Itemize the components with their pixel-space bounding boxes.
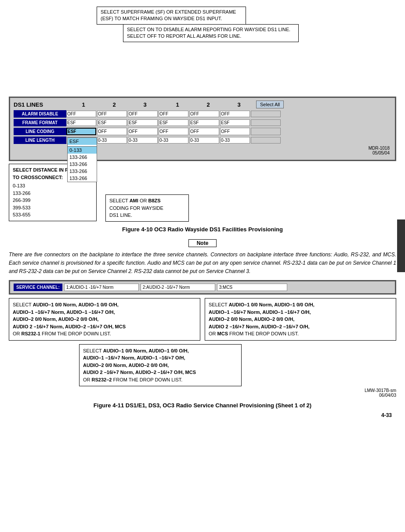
frame-empty[interactable] (251, 119, 281, 126)
right-tab (397, 219, 405, 272)
alarm-ch2-left[interactable]: OFF (97, 111, 127, 117)
figure-411-caption: Figure 4-11 DS1/E1, DS3, OC3 Radio Servi… (9, 402, 396, 409)
service-row: SERVICE CHANNEL: 1:AUDIO-1 -16/+7 Norm 2… (14, 284, 391, 291)
page: SELECT SUPERFRAME (SF) OR EXTENDED SUPER… (0, 0, 405, 423)
col-1-left: 1 (68, 101, 99, 108)
length-dropdown-open: 0-133 133-266 133-266 133-266 133-266 (67, 146, 97, 182)
alarm-disable-row: ALARM DISABLE OFF OFF OFF OFF OFF OFF (14, 110, 391, 118)
alarm-empty[interactable] (251, 111, 281, 117)
frame-format-selects: ESF ESF ESF ESF ESF ESF (66, 119, 391, 126)
col-3-left: 3 (130, 101, 160, 108)
col-1-right: 1 (162, 101, 193, 108)
page-number: 4-33 (9, 412, 396, 418)
figure-411-area: SERVICE CHANNEL: 1:AUDIO-1 -16/+7 Norm 2… (9, 280, 396, 409)
dd-0-133: 0-133 (68, 147, 97, 154)
service-callout-bottom: SELECT AUDIO–1 0/0 Norm, AUDIO–1 0/0 O/H… (79, 344, 242, 387)
coding-ch1-left[interactable]: ESF SF (66, 128, 96, 135)
coding-ch1-right[interactable]: OFF (159, 128, 188, 135)
alarm-ch3-left[interactable]: OFF (128, 111, 158, 117)
service-label: SERVICE CHANNEL: (14, 284, 62, 291)
service-ch2-select[interactable]: 2:AUDIO-2 -16/+7 Norm (141, 284, 215, 291)
callout-ami: SELECT AMI OR B8ZSCODING FOR WAYSIDEDS1 … (105, 194, 189, 222)
alarm-ch2-right[interactable]: OFF (189, 111, 219, 117)
select-all-button[interactable]: Select All (256, 101, 284, 108)
service-callout-right: SELECT AUDIO–1 0/0 Norm, AUDIO–1 0/0 O/H… (205, 298, 396, 341)
line-coding-label: LINE CODING (14, 128, 66, 135)
frame-format-row: FRAME FORMAT ESF ESF ESF ESF ESF ESF (14, 119, 391, 126)
length-ch2-left[interactable]: 0-33 (97, 137, 127, 144)
frame-ch3-right[interactable]: ESF (220, 119, 250, 126)
ds1-panel: DS1 LINES 1 2 3 1 2 3 Select All ALARM (9, 97, 396, 161)
service-callouts: SELECT AUDIO–1 0/0 Norm, AUDIO–1 0/0 O/H… (9, 298, 396, 341)
note-section: Note There are five connectors on the ba… (9, 239, 396, 276)
line-length-selects: 0-133 133-266 266-399 399-533 533-655 0-… (66, 137, 391, 144)
dd-133-266b: 133-266 (68, 161, 97, 168)
alarm-ch1-right[interactable]: OFF (159, 111, 188, 117)
dd-133-266d: 133-266 (68, 175, 97, 182)
figure-410-area: SELECT SUPERFRAME (SF) OR EXTENDED SUPER… (9, 7, 396, 233)
note-text: There are five connectors on the backpla… (9, 251, 396, 276)
length-ch1-right[interactable]: 0-33 (159, 137, 188, 144)
dropdown-esf: ESF (68, 138, 97, 145)
figure-410-caption: Figure 4-10 OC3 Radio Wayside DS1 Facili… (9, 226, 396, 233)
col-2-left: 2 (99, 101, 130, 108)
frame-ch2-left[interactable]: ESF (97, 119, 127, 126)
callout-distance-values: 0-133 133-266 266-399 399-533 533-655 (13, 182, 93, 219)
note-box: Note (188, 239, 217, 247)
coding-ch3-right[interactable]: OFF (220, 128, 250, 135)
service-ch1-select[interactable]: 1:AUDIO-1 -16/+7 Norm (64, 284, 139, 291)
length-ch3-left[interactable]: 0-33 (128, 137, 158, 144)
callout-alarm: SELECT ON TO DISABLE ALARM REPORTING FOR… (123, 24, 299, 42)
col-2-right: 2 (193, 101, 224, 108)
coding-empty[interactable] (251, 128, 281, 135)
line-coding-row: LINE CODING ESF SF OFF OFF OFF OFF OFF (14, 128, 391, 135)
dd-133-266a: 133-266 (68, 154, 97, 161)
alarm-disable-selects: OFF OFF OFF OFF OFF OFF (66, 111, 391, 117)
length-ch2-right[interactable]: 0-33 (189, 137, 219, 144)
coding-ch2-right[interactable]: OFF (189, 128, 219, 135)
length-empty[interactable] (251, 137, 281, 144)
frame-format-label: FRAME FORMAT (14, 119, 66, 126)
service-ch3-select[interactable]: 3:MCS (217, 284, 287, 291)
service-panel: SERVICE CHANNEL: 1:AUDIO-1 -16/+7 Norm 2… (9, 280, 396, 295)
dd-133-266c: 133-266 (68, 168, 97, 175)
frame-ch3-left[interactable]: ESF (128, 119, 158, 126)
alarm-disable-label: ALARM DISABLE (14, 110, 66, 118)
line-length-label: LINE LENGTH (14, 137, 66, 144)
frame-ch1-right[interactable]: ESF (159, 119, 188, 126)
frame-ch2-right[interactable]: ESF (189, 119, 219, 126)
col-3-right: 3 (224, 101, 254, 108)
alarm-ch1-left[interactable]: OFF (66, 111, 96, 117)
service-callout-left: SELECT AUDIO–1 0/0 Norm, AUDIO–1 0/0 O/H… (9, 298, 200, 341)
length-ch3-right[interactable]: 0-33 (220, 137, 250, 144)
lmw-label: LMW-3017B-sm 06/04/03 (9, 388, 396, 398)
frame-ch1-left[interactable]: ESF (66, 119, 96, 126)
line-coding-selects: ESF SF OFF OFF OFF OFF OFF (66, 128, 391, 135)
coding-ch3-left[interactable]: OFF (128, 128, 158, 135)
alarm-ch3-right[interactable]: OFF (220, 111, 250, 117)
ds1-title: DS1 LINES (14, 101, 66, 108)
ds1-header-row: DS1 LINES 1 2 3 1 2 3 Select All (14, 101, 391, 108)
coding-ch2-left[interactable]: OFF (97, 128, 127, 135)
callout-superframe: SELECT SUPERFRAME (SF) OR EXTENDED SUPER… (97, 7, 246, 25)
